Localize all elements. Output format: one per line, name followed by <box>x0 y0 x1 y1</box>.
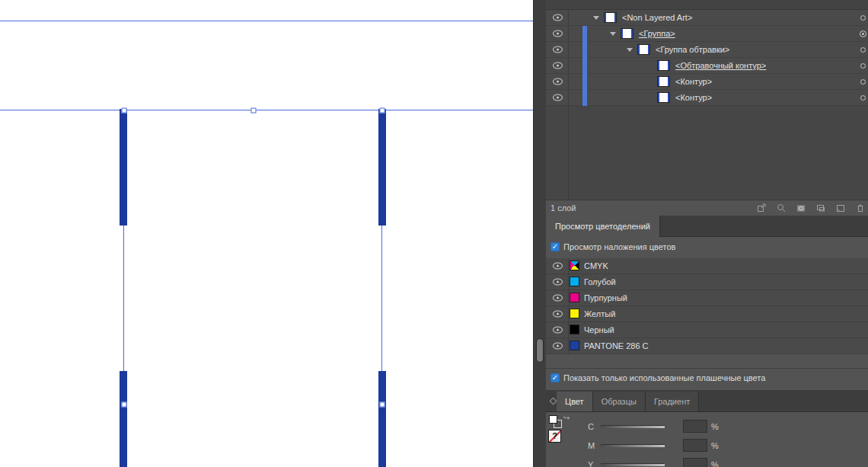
tab-swatches[interactable]: Образцы <box>593 392 646 411</box>
visibility-eye-icon[interactable] <box>553 78 563 85</box>
layer-name[interactable]: <Non Layered Art> <box>622 10 692 25</box>
new-sublayer-icon[interactable] <box>815 203 826 213</box>
color-panel: Цвет Образцы Градиент ↪ ? C % M <box>546 390 868 467</box>
tab-color[interactable]: Цвет <box>557 392 593 411</box>
ink-row[interactable]: Желтый <box>546 306 868 322</box>
ink-swatch <box>570 309 579 318</box>
delete-trash-icon[interactable] <box>855 203 866 213</box>
layer-row[interactable]: <Обтравочный контур> <box>546 58 868 74</box>
layer-name[interactable]: <Контур> <box>675 90 712 105</box>
layer-thumbnail[interactable] <box>637 44 650 55</box>
panel-cycle-icon[interactable] <box>550 398 557 405</box>
target-circle-icon[interactable] <box>860 79 866 85</box>
used-spot-colors-label: Показать только использованные плашечные… <box>563 373 765 382</box>
layer-name[interactable]: <Группа обтравки> <box>656 42 729 57</box>
layer-row[interactable]: <Non Layered Art> <box>546 10 868 26</box>
ink-eye-icon[interactable] <box>553 279 563 286</box>
tab-gradient[interactable]: Градиент <box>646 392 699 411</box>
ink-name: Голубой <box>584 274 616 289</box>
art-bar-bottom-right[interactable] <box>378 371 386 467</box>
ink-list: CMYK Голубой Пурпурный Желтый <box>546 258 868 354</box>
ink-row[interactable]: Голубой <box>546 274 868 290</box>
layer-row[interactable]: <Контур> <box>546 90 868 106</box>
scrollbar-thumb[interactable] <box>536 338 544 363</box>
layer-row[interactable]: <Группа обтравки> <box>546 42 868 58</box>
ink-name: PANTONE 286 C <box>584 338 649 353</box>
layer-thumbnail[interactable] <box>621 28 633 39</box>
target-circle-icon[interactable] <box>860 63 866 69</box>
m-slider[interactable] <box>601 444 665 447</box>
ink-eye-icon[interactable] <box>553 327 563 334</box>
ink-swatch <box>570 325 579 334</box>
tab-separations-preview[interactable]: Просмотр цветоделений <box>546 216 660 237</box>
panel-divider <box>546 368 868 369</box>
vertical-scrollbar[interactable] <box>533 0 546 467</box>
layer-thumbnail[interactable] <box>657 60 670 71</box>
layer-name[interactable]: <Группа> <box>639 26 675 41</box>
horizontal-guide <box>0 110 533 110</box>
ink-swatch <box>570 277 579 286</box>
visibility-eye-icon[interactable] <box>553 30 563 37</box>
color-tabbar: Цвет Образцы Градиент <box>546 390 868 412</box>
layer-thumbnail[interactable] <box>657 92 670 103</box>
ink-eye-icon[interactable] <box>553 295 563 302</box>
fill-proxy-swatch[interactable] <box>549 415 557 424</box>
ink-eye-icon[interactable] <box>553 263 563 270</box>
expand-arrow-icon[interactable] <box>627 48 633 52</box>
ink-row[interactable]: PANTONE 286 C <box>546 338 868 354</box>
target-circle-icon[interactable] <box>860 95 866 101</box>
visibility-eye-icon[interactable] <box>553 14 563 21</box>
art-bar-top-left[interactable] <box>120 109 127 226</box>
selection-handle[interactable] <box>122 402 127 408</box>
target-circle-icon[interactable] <box>860 30 866 37</box>
expand-arrow-icon[interactable] <box>610 32 616 36</box>
used-spot-colors-checkbox[interactable]: ✓ <box>550 373 560 382</box>
horizontal-guide <box>0 21 533 21</box>
m-value-field[interactable] <box>683 439 707 452</box>
visibility-eye-icon[interactable] <box>553 94 563 101</box>
illustrator-window: <Non Layered Art> <Группа> <Группа обтра… <box>0 0 868 467</box>
percent-label: % <box>711 438 719 453</box>
ink-row[interactable]: CMYK <box>546 258 868 274</box>
ink-eye-icon[interactable] <box>553 311 563 318</box>
canvas[interactable] <box>0 0 533 467</box>
art-bar-top-right[interactable] <box>378 109 386 226</box>
y-value-field[interactable] <box>683 458 707 467</box>
layer-selection-color-bar <box>582 26 587 106</box>
y-slider[interactable] <box>601 463 665 466</box>
new-layer-icon[interactable] <box>835 203 846 213</box>
color-tabs: Цвет Образцы Градиент <box>557 392 699 411</box>
selection-handle[interactable] <box>380 402 385 408</box>
target-circle-icon[interactable] <box>860 47 866 53</box>
ink-eye-icon[interactable] <box>553 343 563 350</box>
collect-for-export-icon[interactable] <box>756 203 767 213</box>
layer-row[interactable]: <Контур> <box>546 74 868 90</box>
layer-row[interactable]: <Группа> <box>546 26 868 42</box>
visibility-eye-icon[interactable] <box>553 46 563 53</box>
ink-row[interactable]: Пурпурный <box>546 290 868 306</box>
ink-row[interactable]: Черный <box>546 322 868 338</box>
layer-name[interactable]: <Контур> <box>675 74 712 89</box>
c-slider[interactable] <box>601 425 665 428</box>
ink-name: CMYK <box>584 258 608 273</box>
target-circle-icon[interactable] <box>860 15 866 21</box>
make-clipping-mask-icon[interactable] <box>796 203 806 213</box>
visibility-eye-icon[interactable] <box>553 62 563 69</box>
layer-thumbnail[interactable] <box>604 12 617 23</box>
selection-handle[interactable] <box>380 108 385 114</box>
layers-status-bar: 1 слой <box>546 200 868 216</box>
overprint-checkbox[interactable]: ✓ <box>550 242 560 251</box>
selection-handle[interactable] <box>251 108 257 114</box>
slider-row-c: C % <box>546 419 868 434</box>
art-bar-bottom-left[interactable] <box>120 371 127 467</box>
c-value-field[interactable] <box>683 420 707 433</box>
percent-label: % <box>711 419 719 434</box>
layers-column-divider <box>568 10 569 200</box>
layers-empty-area <box>546 106 868 200</box>
layer-name[interactable]: <Обтравочный контур> <box>675 58 766 73</box>
locate-object-icon[interactable] <box>776 203 787 213</box>
layer-thumbnail[interactable] <box>657 76 670 87</box>
selection-handle[interactable] <box>122 108 127 114</box>
expand-arrow-icon[interactable] <box>593 16 599 20</box>
channel-label: Y <box>588 457 593 467</box>
